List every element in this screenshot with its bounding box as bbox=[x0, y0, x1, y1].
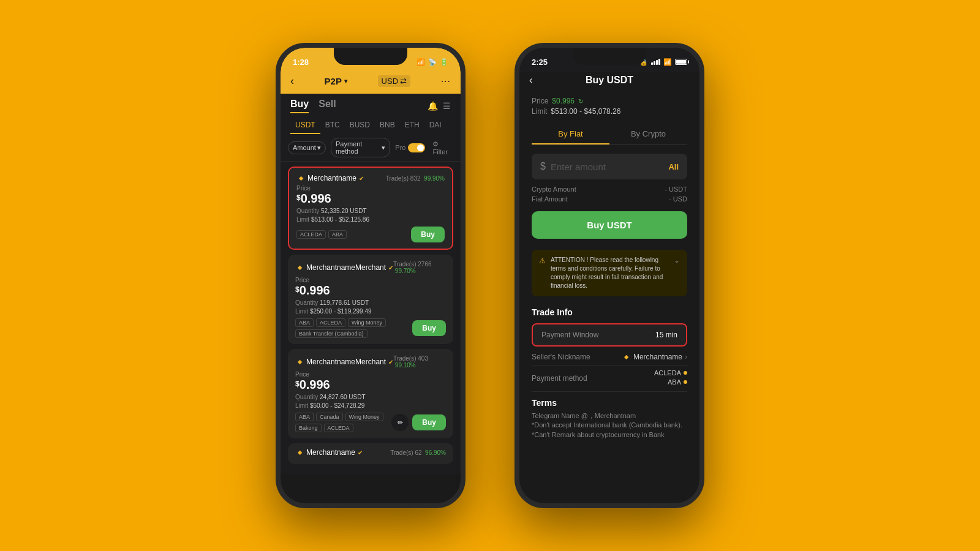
filter-bar: Amount ▾ Payment method ▾ Pro ⚙ Filter bbox=[281, 134, 461, 162]
tab-icons: 🔔 ☰ bbox=[428, 101, 451, 111]
currency-selector[interactable]: USD ⇄ bbox=[378, 75, 410, 87]
merchant-stats-3: Trade(s) 403 99.10% bbox=[393, 355, 446, 369]
buy-usdt-header: ‹ Buy USDT bbox=[519, 72, 699, 92]
status-icons-1: 📶 📡 🔋 bbox=[417, 58, 448, 66]
attention-icon: ⚠ bbox=[539, 257, 546, 265]
buy-tab[interactable]: Buy bbox=[290, 99, 309, 113]
crypto-tab-usdt[interactable]: USDT bbox=[290, 118, 320, 134]
terms-title: Terms bbox=[532, 398, 687, 408]
more-button[interactable]: ··· bbox=[441, 76, 451, 87]
merchant-card-1: ◆ Merchantname ✔ Trade(s) 832 99.90% Pri… bbox=[288, 167, 453, 250]
crypto-tab-btc[interactable]: BTC bbox=[320, 118, 345, 134]
sell-tab[interactable]: Sell bbox=[318, 99, 336, 113]
crypto-tab-dai[interactable]: DAI bbox=[424, 118, 447, 134]
payment-filter-label: Payment method bbox=[336, 140, 380, 155]
seller-chevron: › bbox=[685, 353, 687, 361]
merchant-stats-4: Trade(s) 62 96.90% bbox=[390, 449, 446, 456]
tag-wing-2: Wing Money bbox=[348, 318, 386, 327]
battery-icon-2 bbox=[675, 59, 687, 65]
price-value-p2: $0.996 bbox=[552, 97, 575, 105]
limit-1: Limit $513.00 - $52,125.86 bbox=[296, 216, 445, 223]
filter-icon[interactable]: ⚙ Filter bbox=[432, 140, 453, 156]
fiat-amount-row: Fiat Amount - USD bbox=[532, 195, 687, 203]
binance-icon-2: ◆ bbox=[295, 263, 304, 272]
back-button-1[interactable]: ‹ bbox=[290, 75, 294, 88]
tag-acleda-2: ACLEDA bbox=[316, 318, 345, 327]
fiat-amount-label: Fiat Amount bbox=[532, 195, 568, 203]
currency-label: USD bbox=[382, 77, 398, 86]
terms-note2: *Can't Remark about cryptocurrency in Ba… bbox=[532, 430, 687, 440]
verified-badge-3: ✔ bbox=[388, 359, 393, 365]
merchant-name-3: ◆ MerchantnameMerchant ✔ bbox=[295, 358, 393, 366]
all-button[interactable]: All bbox=[668, 162, 679, 171]
verified-badge-2: ✔ bbox=[388, 264, 393, 271]
fiat-tabs: By Fiat By Crypto bbox=[532, 124, 687, 145]
pro-toggle[interactable]: Pro bbox=[395, 143, 425, 152]
crypto-tab-bnb[interactable]: BNB bbox=[375, 118, 400, 134]
tag-canada-3: Canada bbox=[316, 413, 343, 421]
price-label-3: Price bbox=[295, 371, 446, 378]
amount-filter[interactable]: Amount ▾ bbox=[288, 141, 326, 154]
tag-bakong-3: Bakong bbox=[295, 424, 322, 432]
payment-filter[interactable]: Payment method ▾ bbox=[331, 138, 390, 157]
merchant-card-4: ◆ Merchantname ✔ Trade(s) 62 96.90% bbox=[288, 443, 453, 464]
attention-text: ATTENTION ! Please read the following te… bbox=[551, 256, 669, 290]
price-value-1: $0.996 bbox=[296, 192, 445, 206]
buy-button-1[interactable]: Buy bbox=[411, 227, 445, 242]
crypto-tab-eth[interactable]: ETH bbox=[400, 118, 424, 134]
back-button-2[interactable]: ‹ bbox=[529, 75, 532, 86]
merchant-stats-1: Trade(s) 832 99.90% bbox=[386, 175, 445, 182]
by-fiat-tab[interactable]: By Fiat bbox=[532, 124, 609, 144]
terms-note1: *Don't accept International bank (Cambod… bbox=[532, 421, 687, 430]
trade-info-section: Trade Info Payment Window 15 min Seller'… bbox=[519, 302, 699, 392]
notch-2 bbox=[573, 48, 646, 65]
merchant-name-2: ◆ MerchantnameMerchant ✔ bbox=[295, 263, 393, 272]
limit-row: Limit $513.00 - $45,078.26 bbox=[532, 107, 687, 116]
limit-value-p2: $513.00 - $45,078.26 bbox=[551, 107, 620, 116]
time-1: 1:28 bbox=[293, 58, 309, 67]
signal-bar-2 bbox=[651, 59, 660, 65]
payment-method-label: Payment method bbox=[532, 374, 587, 383]
merchant-card-3: ◆ MerchantnameMerchant ✔ Trade(s) 403 99… bbox=[288, 349, 453, 438]
crypto-tab-busd[interactable]: BUSD bbox=[345, 118, 375, 134]
phone1-screen: 1:28 📶 📡 🔋 ‹ P2P ▾ bbox=[281, 48, 461, 474]
tag-aba-3: ABA bbox=[295, 413, 314, 421]
phone2-screen: 2:25 🔒 📶 bbox=[519, 48, 699, 440]
payment-methods: ACLEDA ABA bbox=[654, 369, 687, 388]
quantity-3: Quantity 24,827.60 USDT bbox=[295, 394, 446, 400]
quantity-1: Quantity 52,335.20 USDT bbox=[296, 208, 445, 214]
seller-binance-icon: ◆ bbox=[622, 353, 631, 361]
price-label-2: Price bbox=[295, 277, 446, 283]
refresh-icon[interactable]: ↻ bbox=[578, 98, 583, 105]
edit-button-3[interactable]: ✏ bbox=[391, 414, 409, 431]
limit-label-p2: Limit bbox=[532, 107, 547, 116]
p2p-header: ‹ P2P ▾ USD ⇄ ··· bbox=[281, 72, 461, 94]
p2p-title: P2P ▾ bbox=[325, 76, 347, 86]
buy-usdt-button[interactable]: Buy USDT bbox=[532, 211, 687, 239]
pm-row-aba: ABA bbox=[654, 378, 687, 386]
price-label-p2: Price bbox=[532, 97, 548, 105]
payment-tags-1: ACLEDA ABA bbox=[296, 230, 347, 239]
buy-button-3[interactable]: Buy bbox=[412, 414, 446, 430]
price-info: Price $0.996 ↻ Limit $513.00 - $45,078.2… bbox=[519, 92, 699, 118]
by-crypto-tab[interactable]: By Crypto bbox=[609, 124, 687, 144]
fiat-amount-val: - USD bbox=[669, 195, 687, 203]
wifi-icon-1: 📡 bbox=[428, 58, 437, 66]
time-2: 2:25 bbox=[532, 58, 548, 67]
tag-aba-2: ABA bbox=[295, 318, 314, 327]
payment-window-val: 15 min bbox=[655, 331, 677, 339]
terms-telegram: Telegram Name @，Merchantnam bbox=[532, 411, 687, 421]
merchant-list: ◆ Merchantname ✔ Trade(s) 832 99.90% Pri… bbox=[281, 162, 461, 474]
quantity-2: Quantity 119,778.61 USDT bbox=[295, 299, 446, 306]
amount-input-row[interactable]: $ Enter amount All bbox=[532, 154, 687, 179]
expand-icon[interactable]: ⌄ bbox=[674, 256, 680, 264]
list-icon: ☰ bbox=[443, 101, 451, 111]
buy-button-2[interactable]: Buy bbox=[412, 320, 446, 336]
status-icons-2: 🔒 📶 bbox=[639, 58, 687, 66]
phone-2: 2:25 🔒 📶 bbox=[514, 43, 704, 508]
tag-acleda-1: ACLEDA bbox=[296, 230, 326, 239]
crypto-tabs: USDT BTC BUSD BNB ETH DAI bbox=[281, 116, 461, 134]
battery-icon-1: 🔋 bbox=[440, 58, 448, 66]
toggle-switch[interactable] bbox=[408, 143, 425, 152]
limit-3: Limit $50.00 - $24,728.29 bbox=[295, 402, 446, 409]
